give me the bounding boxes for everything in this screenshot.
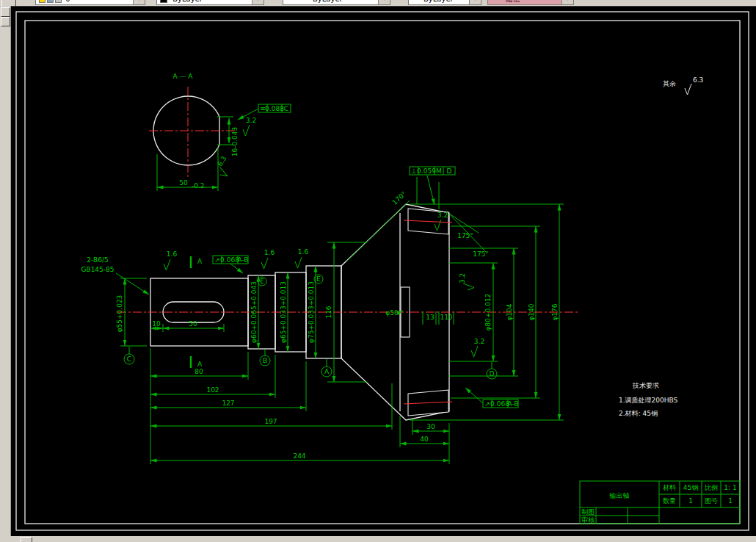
drawing-canvas[interactable]: A — A 50 -0.2 16-0.043 3.2 6.3 ≡ 0.088 bbox=[0, 0, 756, 542]
lineweight-combo[interactable]: ByLayer ▼ bbox=[408, 0, 481, 5]
fcf-value: 0.088 bbox=[265, 105, 284, 112]
dim-13: 13 bbox=[426, 314, 434, 321]
drafter-label: 制图 bbox=[581, 508, 595, 516]
chevron-down-icon[interactable]: ▼ bbox=[378, 0, 390, 4]
plotstyle-combo[interactable]: 随层 ▼ bbox=[487, 0, 574, 5]
dim-40: 40 bbox=[420, 436, 429, 443]
fcf-symbol: ↗ bbox=[484, 400, 490, 408]
color-combo[interactable]: ByLayer ▼ bbox=[156, 0, 264, 5]
dim-127: 127 bbox=[222, 400, 234, 407]
dim-sec-16: 16-0.043 bbox=[231, 127, 239, 156]
datum-d: D bbox=[490, 370, 495, 377]
plotstyle-value: 随层 bbox=[506, 0, 520, 3]
dim-102: 102 bbox=[206, 386, 219, 394]
checker-label: 审核 bbox=[581, 516, 595, 524]
material-label: 材料 bbox=[662, 484, 676, 491]
tech-line-1: 1.调质处理200HBS bbox=[619, 397, 678, 404]
fcf-value: 0.059 bbox=[417, 167, 436, 175]
fcf-symbol: ↗ bbox=[214, 256, 220, 264]
finish-3-2-a: 3.2 bbox=[437, 212, 448, 219]
toolbar-button[interactable] bbox=[1, 17, 10, 26]
finish-1-6-c: 1.6 bbox=[298, 248, 309, 256]
fcf-datum: A-B bbox=[507, 400, 518, 408]
layer-value: 0 bbox=[65, 0, 70, 3]
linetype-value: ByLayer bbox=[313, 0, 343, 3]
datum-e2: E bbox=[316, 275, 321, 283]
fcf-datum: C bbox=[284, 105, 288, 112]
datum-a: A bbox=[324, 368, 330, 375]
dim-dia104: φ104 bbox=[506, 303, 513, 320]
chevron-down-icon[interactable]: ▼ bbox=[561, 0, 573, 4]
dim-dia50: φ50 bbox=[385, 309, 399, 317]
svg-text:3.2: 3.2 bbox=[459, 273, 466, 283]
bottom-strip bbox=[0, 536, 756, 542]
dim-dia140: φ140 bbox=[528, 303, 535, 320]
toolbar-strip: 0 ▼ ByLayer ▼ ByLayer ▼ ByLayer ▼ 随层 ▼ bbox=[0, 0, 756, 7]
figno-value: 1 bbox=[728, 497, 733, 505]
angle-175a: 175° bbox=[457, 232, 473, 239]
linetype-combo[interactable]: ByLayer ▼ bbox=[283, 0, 390, 5]
figno-label: 图号 bbox=[705, 497, 718, 505]
finish-sec-3-2: 3.2 bbox=[246, 117, 256, 124]
dim-dia75: φ75+0.033+0.013 bbox=[308, 281, 315, 343]
qty-value: 1 bbox=[688, 497, 693, 505]
fcf-bottom: ↗ 0.068 A-B bbox=[483, 400, 519, 408]
dim-dia176: φ176 bbox=[551, 303, 559, 320]
fcf-value: 0.068 bbox=[490, 400, 509, 408]
scale-value: 1: 1 bbox=[724, 484, 736, 491]
section-title: A — A bbox=[172, 73, 193, 80]
fcf-value: 0.068 bbox=[220, 256, 239, 264]
dim-dia65: φ65+0.033+0.013 bbox=[280, 281, 287, 343]
dim-110: 110 bbox=[440, 314, 452, 321]
tech-title: 技术要求 bbox=[632, 382, 659, 389]
datum-e1: E bbox=[260, 278, 264, 285]
rest-value: 6.3 bbox=[693, 76, 703, 84]
finish-1-6-a: 1.6 bbox=[167, 250, 178, 258]
dim-dia80: φ80+0.012 bbox=[484, 294, 492, 331]
tech-line-2: 2.材料: 45钢 bbox=[619, 410, 658, 417]
section-mark-top: A bbox=[197, 258, 203, 265]
fcf-symbol: ⊥ bbox=[411, 167, 417, 175]
chevron-down-icon[interactable]: ▼ bbox=[133, 0, 145, 4]
centerhole-note-2: GB145-85 bbox=[81, 266, 114, 273]
fcf-section: ≡ 0.088 C bbox=[258, 104, 291, 112]
fcf-datum: D bbox=[447, 167, 452, 175]
material-value: 45钢 bbox=[683, 484, 698, 491]
scale-label: 比例 bbox=[705, 484, 718, 491]
dim-244: 244 bbox=[293, 452, 305, 460]
layer-plot-icon bbox=[55, 0, 62, 3]
fcf-modifier: M bbox=[436, 167, 442, 175]
layer-lock-icon bbox=[47, 0, 54, 3]
color-value: ByLayer bbox=[172, 0, 203, 3]
centerhole-note-1: 2-B6/5 bbox=[87, 256, 108, 264]
section-mark-bottom: A bbox=[197, 361, 203, 368]
layer-combo[interactable]: 0 ▼ bbox=[35, 0, 145, 5]
dim-50: 50 bbox=[189, 320, 197, 328]
fcf-datum: A-B bbox=[237, 256, 248, 264]
layer-state-icon bbox=[39, 0, 46, 3]
dim-sec-50-tol: -0.2 bbox=[192, 182, 205, 189]
left-toolbar-strip bbox=[0, 6, 11, 536]
dim-10: 10 bbox=[152, 320, 161, 328]
dim-dia55: φ55+0.023 bbox=[116, 295, 123, 333]
dim-sec-50: 50 bbox=[179, 179, 188, 187]
datum-b: B bbox=[263, 357, 267, 364]
statusbar-button[interactable] bbox=[21, 537, 32, 542]
part-name: 输出轴 bbox=[609, 492, 630, 499]
dim-197: 197 bbox=[264, 418, 277, 425]
toolbar-button[interactable] bbox=[1, 7, 10, 17]
finish-1-6-b: 1.6 bbox=[264, 249, 275, 256]
finish-3-2-c: 3.2 bbox=[474, 338, 484, 345]
qty-label: 数量 bbox=[663, 497, 676, 505]
chevron-down-icon[interactable]: ▼ bbox=[469, 0, 481, 4]
datum-c: C bbox=[127, 355, 131, 363]
fcf-top: ↗ 0.068 A-B bbox=[213, 256, 249, 264]
lineweight-value: ByLayer bbox=[424, 0, 454, 3]
fcf-gear: ⊥ 0.059 M D bbox=[410, 167, 455, 175]
chevron-down-icon[interactable]: ▼ bbox=[252, 0, 263, 4]
dim-80: 80 bbox=[195, 368, 203, 375]
rest-label: 其余 bbox=[663, 80, 676, 87]
dim-30: 30 bbox=[426, 423, 435, 430]
dim-dia60: φ60+0.065+0.043 bbox=[250, 281, 258, 343]
angle-175b: 175° bbox=[473, 250, 489, 258]
